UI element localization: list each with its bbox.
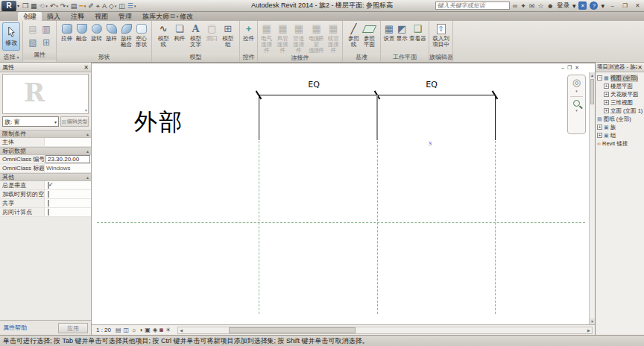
omniclass-number-input[interactable]: 23.30.20.00: [45, 155, 90, 163]
detail-level-icon[interactable]: ▤: [116, 327, 121, 333]
horizontal-scroll-thumb[interactable]: [229, 327, 356, 333]
save-icon[interactable]: ▦: [31, 1, 37, 10]
user-icon[interactable]: ☻: [546, 2, 553, 10]
preview-caret-icon[interactable]: ▾: [85, 107, 87, 113]
tool-sweep[interactable]: 放样: [106, 22, 117, 42]
undo-caret-icon[interactable]: ▾: [56, 1, 58, 10]
visual-style-icon[interactable]: ◫: [124, 327, 130, 333]
help-search-input[interactable]: [435, 1, 510, 10]
drawing-area[interactable]: 外部 EQ EQ s – ❐ ✕ ◎ ▾ ▾ ▲: [92, 63, 595, 335]
open-icon[interactable]: ❒: [22, 1, 28, 10]
exterior-text-note[interactable]: 外部: [134, 107, 183, 138]
property-row-shared[interactable]: 共享: [0, 199, 91, 208]
section-icon[interactable]: ◫: [119, 1, 125, 10]
tool-show-workplane[interactable]: ◩显示: [397, 22, 408, 42]
tool-swept-blend[interactable]: 放样 融合: [121, 22, 132, 48]
section-collapse-icon[interactable]: ▴: [86, 130, 89, 137]
tree-item-groups[interactable]: +▣组: [597, 131, 644, 139]
tool-revolve[interactable]: 旋转: [91, 22, 102, 42]
help-caret-icon[interactable]: ▾: [601, 2, 604, 10]
close-button[interactable]: ✕: [633, 1, 643, 10]
property-row-omniclass-number[interactable]: OmniClass 编号 23.30.20.00: [0, 155, 91, 164]
properties-palette-icon[interactable]: ▤: [26, 22, 40, 36]
panel-select-label[interactable]: 选择 ▾: [0, 53, 22, 62]
ribbon-state-caret-icon[interactable]: ▾: [177, 14, 179, 19]
signin-caret-icon[interactable]: ▾: [572, 2, 576, 10]
tab-view[interactable]: 视图: [89, 12, 113, 21]
scroll-up-icon[interactable]: ▲: [590, 72, 595, 78]
eq-label-left[interactable]: EQ: [305, 80, 323, 89]
section-other[interactable]: 其他▴: [0, 173, 91, 181]
redo-caret-icon[interactable]: ▾: [66, 1, 69, 10]
customize-qat-icon[interactable]: ▾: [134, 1, 136, 10]
tree-item-revit-links[interactable]: ∞Revit 链接: [597, 139, 644, 148]
scroll-right-icon[interactable]: ▶: [586, 328, 592, 333]
tool-reference-line[interactable]: ╱参照 线: [348, 22, 359, 48]
shared-checkbox[interactable]: [48, 200, 49, 207]
tab-annotate[interactable]: 注释: [66, 12, 89, 21]
cut-with-voids-checkbox[interactable]: [48, 191, 49, 198]
vertical-scrollbar[interactable]: ▲ ▼: [589, 72, 595, 324]
property-row-room-calc-point[interactable]: 房间计算点: [0, 208, 91, 217]
tool-model-group[interactable]: ⊞模型 组: [222, 22, 233, 48]
expand-icon[interactable]: +: [597, 133, 602, 138]
view-scale[interactable]: 1 : 20: [94, 326, 113, 334]
undo-icon[interactable]: ↶: [50, 1, 56, 10]
type-properties-icon[interactable]: ⊞: [40, 36, 53, 49]
tool-model-text[interactable]: A模型 文字: [190, 22, 201, 48]
zoom-caret-icon[interactable]: ▾: [575, 108, 578, 113]
tree-item-families[interactable]: +▣族: [597, 123, 644, 131]
tab-create[interactable]: 创建: [18, 12, 42, 21]
sun-path-icon[interactable]: ☼: [131, 327, 136, 333]
expand-icon[interactable]: +: [604, 108, 609, 113]
tree-item-3d-views[interactable]: +三维视图: [597, 98, 644, 107]
tree-item-ceiling-plans[interactable]: +天花板平面: [597, 90, 644, 98]
sync-caret-icon[interactable]: ▾: [45, 1, 48, 10]
zoom-icon[interactable]: [573, 100, 580, 107]
properties-close-icon[interactable]: ✕: [83, 64, 89, 71]
crop-view-icon[interactable]: ▣: [145, 327, 151, 333]
temporary-hide-isolate-icon[interactable]: ◙: [160, 327, 163, 333]
shadows-icon[interactable]: ◑: [139, 327, 142, 333]
app-menu-caret-icon[interactable]: ▾: [17, 3, 19, 8]
expand-icon[interactable]: +: [597, 125, 602, 130]
tree-item-sheets[interactable]: ▤图纸 (全部): [597, 115, 644, 123]
tag-by-category-icon[interactable]: ⌖: [96, 1, 100, 10]
section-identity-data[interactable]: 标识数据▴: [0, 147, 91, 155]
witness-line-middle[interactable]: [376, 95, 378, 140]
view-close-icon[interactable]: ✕: [575, 65, 579, 71]
search-icon[interactable]: ∞: [513, 2, 517, 10]
family-types-icon[interactable]: ▥: [40, 22, 53, 36]
reference-plane-center[interactable]: [377, 141, 378, 314]
thin-lines-icon[interactable]: ☰: [127, 1, 133, 10]
communication-center-icon[interactable]: ✉: [529, 2, 535, 10]
ribbon-state-icon[interactable]: ⊡: [170, 13, 175, 19]
measure-icon[interactable]: ✐: [88, 1, 94, 10]
tree-item-views[interactable]: −▦视图 (全部): [597, 74, 644, 82]
tool-control[interactable]: +控件: [243, 22, 254, 42]
tab-family-library[interactable]: 族库大师: [137, 12, 174, 21]
property-row-omniclass-title[interactable]: OmniClass 标题 Windows: [0, 164, 91, 173]
app-menu-button[interactable]: R: [1, 1, 16, 11]
section-collapse-icon[interactable]: ▴: [86, 148, 89, 154]
sync-with-central-icon[interactable]: ⟲: [40, 1, 45, 10]
type-preview[interactable]: R ▾: [2, 74, 89, 114]
dimension-caret-icon[interactable]: ▾: [84, 1, 86, 10]
tool-blend[interactable]: 融合: [76, 22, 87, 42]
reference-plane-right[interactable]: [495, 141, 496, 314]
text-icon[interactable]: A: [102, 1, 107, 10]
properties-help-link[interactable]: 属性帮助: [3, 324, 27, 332]
section-constraints[interactable]: 限制条件▴: [0, 130, 91, 138]
wheel-caret-icon[interactable]: ▾: [575, 89, 578, 93]
apply-button[interactable]: 应用: [58, 323, 88, 333]
property-row-always-vertical[interactable]: 总是垂直: [0, 181, 91, 190]
tool-component[interactable]: ❏构件: [174, 22, 185, 42]
aligned-dimension-icon[interactable]: ━: [79, 1, 83, 10]
project-browser-close-icon[interactable]: ✕: [637, 64, 643, 71]
view-minimize-icon[interactable]: –: [561, 65, 564, 71]
expand-icon[interactable]: +: [604, 92, 609, 97]
help-icon[interactable]: ?: [590, 1, 598, 10]
expand-icon[interactable]: +: [604, 84, 609, 89]
property-row-cut-with-voids[interactable]: 加载时剪切的空心: [0, 190, 91, 199]
modify-button[interactable]: 修改: [2, 22, 20, 51]
